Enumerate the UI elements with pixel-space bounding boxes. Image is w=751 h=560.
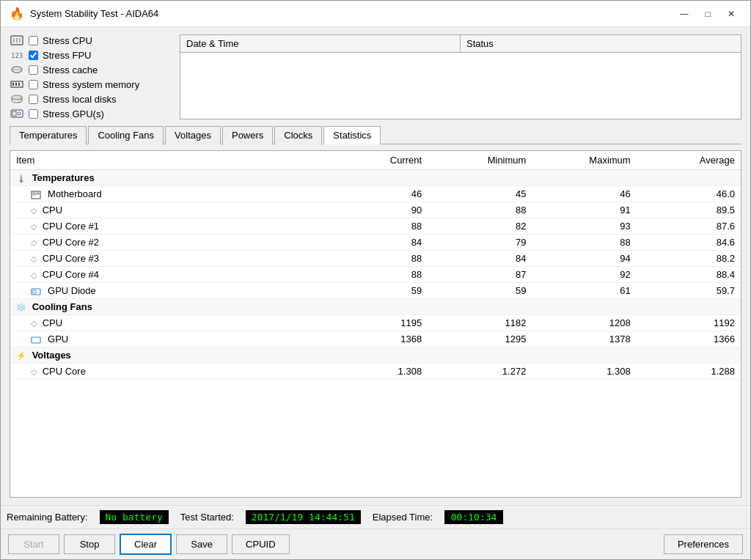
tabs-section: Temperatures Cooling Fans Voltages Power… (10, 125, 741, 144)
stress-gpu-icon (10, 108, 24, 119)
table-row: ⚡ Voltages (10, 347, 741, 364)
log-col-status: Status (461, 35, 741, 52)
svg-rect-19 (33, 193, 35, 195)
svg-rect-8 (12, 83, 14, 86)
table-row: GPU 1368 1295 1378 1366 (10, 331, 741, 347)
stress-fpu-icon: 123 (10, 49, 24, 61)
stress-cpu-label: Stress CPU (43, 35, 92, 46)
stress-memory-icon (10, 78, 24, 90)
log-header: Date & Time Status (180, 35, 741, 53)
battery-label: Remaining Battery: (7, 512, 88, 523)
app-icon: 🔥 (10, 7, 24, 21)
svg-rect-9 (15, 83, 17, 86)
tab-clocks[interactable]: Clocks (274, 126, 322, 144)
col-header-average: Average (637, 151, 741, 170)
preferences-button[interactable]: Preferences (664, 534, 743, 554)
table-row: ◇ CPU Core #3 88 84 94 88.2 (10, 251, 741, 267)
table-row: ◇ CPU 1195 1182 1208 1192 (10, 315, 741, 331)
motherboard-icon (31, 190, 45, 199)
cpu-core1-icon: ◇ (31, 222, 37, 231)
cpu-fan-icon: ◇ (31, 319, 37, 328)
col-header-item: Item (10, 151, 323, 170)
minimize-button[interactable]: — (674, 7, 695, 21)
top-section: Stress CPU 123 Stress FPU Stress cache (10, 34, 741, 119)
main-window: 🔥 System Stability Test - AIDA64 — □ ✕ S… (0, 0, 751, 560)
gpu-fan-icon (31, 335, 45, 344)
tab-cooling-fans[interactable]: Cooling Fans (88, 126, 164, 144)
test-started-label: Test Started: (180, 512, 234, 523)
stress-gpu-checkbox[interactable] (29, 109, 38, 119)
data-table-wrapper: Item Current Minimum Maximum Average 🌡️ (10, 150, 741, 498)
close-button[interactable]: ✕ (721, 7, 741, 21)
status-bar: Remaining Battery: No battery Test Start… (1, 505, 750, 528)
main-content: Stress CPU 123 Stress FPU Stress cache (1, 27, 750, 505)
svg-point-17 (18, 112, 21, 115)
tab-temperatures[interactable]: Temperatures (10, 126, 87, 144)
stop-button[interactable]: Stop (64, 534, 115, 554)
titlebar-left: 🔥 System Stability Test - AIDA64 (10, 7, 158, 21)
tabs: Temperatures Cooling Fans Voltages Power… (10, 125, 741, 144)
stress-disks-item: Stress local disks (10, 93, 171, 105)
table-row: ◇ CPU Core 1.308 1.272 1.308 1.288 (10, 364, 741, 380)
table-row: ◇ CPU Core #1 88 82 93 87.6 (10, 218, 741, 235)
stress-cache-checkbox[interactable] (29, 65, 38, 75)
cpu-temp-icon: ◇ (31, 206, 37, 215)
stress-fpu-label: Stress FPU (43, 50, 91, 61)
svg-rect-16 (12, 111, 16, 116)
tab-statistics[interactable]: Statistics (323, 126, 381, 144)
svg-rect-20 (37, 193, 39, 194)
svg-rect-10 (18, 83, 20, 86)
save-button[interactable]: Save (176, 534, 227, 554)
log-rows (180, 53, 741, 119)
tab-powers[interactable]: Powers (222, 126, 273, 144)
svg-point-14 (12, 95, 22, 100)
window-title: System Stability Test - AIDA64 (30, 8, 158, 19)
stress-gpu-item: Stress GPU(s) (10, 108, 171, 119)
maximize-button[interactable]: □ (697, 7, 718, 21)
svg-rect-22 (33, 290, 36, 293)
col-header-maximum: Maximum (532, 151, 636, 170)
stress-cache-icon (10, 64, 24, 75)
col-header-minimum: Minimum (428, 151, 532, 170)
stress-options-panel: Stress CPU 123 Stress FPU Stress cache (10, 34, 171, 119)
stress-disks-checkbox[interactable] (29, 95, 38, 104)
group-temperatures: 🌡️ Temperatures (10, 170, 323, 186)
stress-cpu-checkbox[interactable] (29, 36, 38, 45)
group-voltages: ⚡ Voltages (10, 347, 323, 364)
stress-gpu-label: Stress GPU(s) (43, 108, 104, 119)
temperatures-icon: 🌡️ (16, 174, 26, 183)
table-row: ◇ CPU Core #2 84 79 88 84.6 (10, 235, 741, 251)
start-button[interactable]: Start (8, 534, 59, 554)
cpu-core-volt-icon: ◇ (31, 367, 37, 376)
cpuid-button[interactable]: CPUID (232, 534, 289, 554)
voltages-icon: ⚡ (16, 351, 26, 360)
cpu-core4-icon: ◇ (31, 270, 37, 279)
stress-memory-checkbox[interactable] (29, 80, 38, 89)
data-table-scroll[interactable]: Item Current Minimum Maximum Average 🌡️ (10, 151, 741, 497)
table-row: Motherboard 46 45 46 46.0 (10, 186, 741, 202)
clear-button[interactable]: Clear (120, 534, 172, 555)
stress-cpu-item: Stress CPU (10, 34, 171, 46)
cpu-core3-icon: ◇ (31, 254, 37, 263)
table-row: 🌡️ Temperatures (10, 170, 741, 186)
svg-rect-23 (32, 337, 40, 343)
stress-cache-label: Stress cache (43, 65, 98, 75)
stress-disks-icon (10, 93, 24, 105)
test-started-value: 2017/1/19 14:44:51 (246, 510, 361, 524)
table-row: ◇ CPU 90 88 91 89.5 (10, 202, 741, 218)
stress-fpu-checkbox[interactable] (29, 51, 38, 60)
window-controls: — □ ✕ (674, 7, 741, 21)
stress-cache-item: Stress cache (10, 64, 171, 75)
button-bar: Start Stop Clear Save CPUID Preferences (1, 528, 750, 559)
tab-voltages[interactable]: Voltages (165, 126, 221, 144)
table-body: 🌡️ Temperatures Motherboard (10, 170, 741, 380)
group-cooling-fans: ❄️ Cooling Fans (10, 299, 323, 315)
statistics-table: Item Current Minimum Maximum Average 🌡️ (10, 151, 741, 380)
table-row: GPU Diode 59 59 61 59.7 (10, 283, 741, 299)
log-col-datetime: Date & Time (180, 35, 461, 52)
stress-fpu-item: 123 Stress FPU (10, 49, 171, 61)
log-table: Date & Time Status (180, 34, 741, 119)
svg-text:123: 123 (11, 52, 23, 59)
battery-value: No battery (100, 510, 169, 524)
elapsed-value: 00:10:34 (444, 510, 503, 524)
